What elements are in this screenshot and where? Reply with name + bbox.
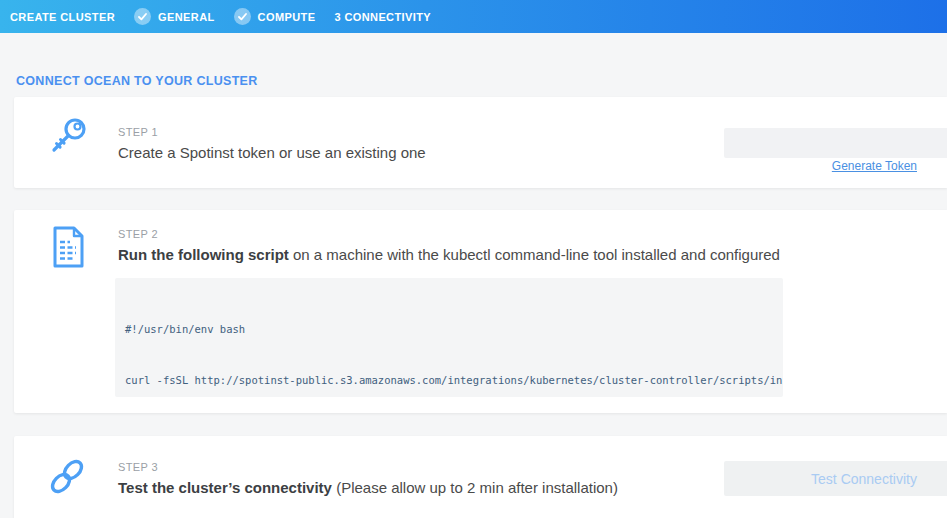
create-cluster-screen: CREATE CLUSTER GENERAL COMPUTE 3 CONNECT…	[0, 0, 947, 518]
link-icon	[47, 456, 87, 504]
page-title: CONNECT OCEAN TO YOUR CLUSTER	[16, 74, 258, 88]
step1-title: Create a Spotinst token or use an existi…	[118, 144, 426, 161]
step3-card: STEP 3 Test the cluster’s connectivity (…	[14, 436, 947, 518]
token-input[interactable]	[724, 128, 947, 158]
step2-title: Run the following script on a machine wi…	[118, 246, 780, 263]
tab-general[interactable]: GENERAL	[134, 8, 215, 25]
step2-label: STEP 2	[118, 228, 158, 240]
tab-compute[interactable]: COMPUTE	[234, 8, 316, 25]
tab-connectivity-label: 3 CONNECTIVITY	[334, 11, 431, 23]
tab-general-label: GENERAL	[158, 11, 215, 23]
tab-connectivity[interactable]: 3 CONNECTIVITY	[334, 11, 431, 23]
generate-token-link[interactable]: Generate Token	[832, 159, 917, 173]
step2-title-rest: on a machine with the kubectl command-li…	[289, 246, 780, 263]
step3-title-rest: (Please allow up to 2 min after installa…	[332, 479, 618, 496]
wizard-header: CREATE CLUSTER GENERAL COMPUTE 3 CONNECT…	[0, 0, 947, 33]
step3-title-bold: Test the cluster’s connectivity	[118, 479, 332, 496]
tab-compute-label: COMPUTE	[258, 11, 316, 23]
install-script-code-block[interactable]: #!/usr/bin/env bash curl -fsSL http://sp…	[115, 278, 783, 397]
step3-label: STEP 3	[118, 461, 158, 473]
script-line-shebang: #!/usr/bin/env bash	[125, 321, 773, 338]
step2-title-bold: Run the following script	[118, 246, 289, 263]
header-create-cluster-label: CREATE CLUSTER	[10, 11, 115, 23]
script-document-icon	[50, 225, 86, 273]
step2-card: STEP 2 Run the following script on a mac…	[14, 210, 947, 413]
step1-label: STEP 1	[118, 126, 158, 138]
step3-title: Test the cluster’s connectivity (Please …	[118, 479, 618, 496]
create-cluster-label: CREATE CLUSTER	[10, 11, 115, 23]
step1-card: STEP 1 Create a Spotinst token or use an…	[14, 97, 947, 188]
script-line-curl: curl -fsSL http://spotinst-public.s3.ama…	[125, 372, 773, 389]
checkmark-icon	[134, 8, 151, 25]
key-icon	[47, 115, 89, 165]
test-connectivity-button[interactable]: Test Connectivity	[724, 461, 947, 496]
checkmark-icon	[234, 8, 251, 25]
